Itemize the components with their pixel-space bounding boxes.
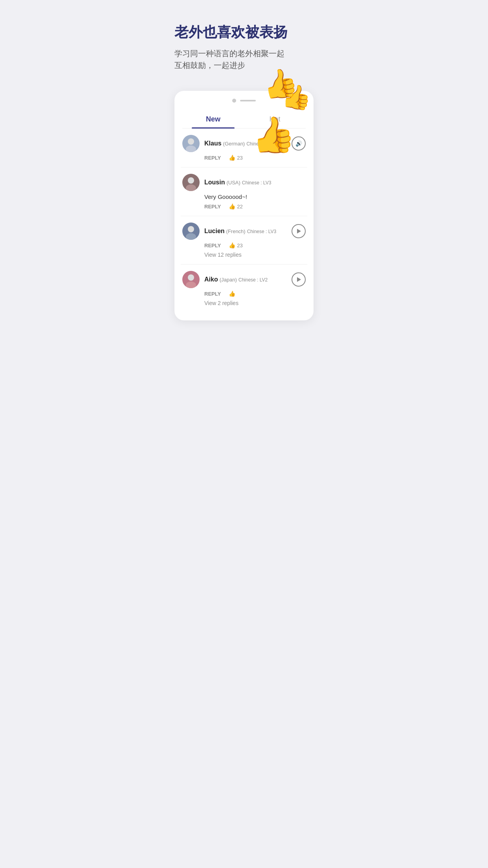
avatar <box>182 271 200 288</box>
svg-point-0 <box>188 138 194 145</box>
like-icon: 👍 <box>229 242 235 248</box>
like-icon: 👍 <box>229 203 235 210</box>
like-count: 22 <box>237 204 242 210</box>
comment-actions: REPLY 👍 <box>204 291 306 297</box>
svg-point-3 <box>186 184 196 191</box>
user-name: Lousin <box>204 179 225 186</box>
like-icon: 👍 <box>229 291 235 297</box>
like-count: 23 <box>237 243 242 248</box>
comment-header: Aiko (Japan) Chinese : LV2 <box>182 271 306 288</box>
view-replies-link[interactable]: View 2 replies <box>204 300 306 306</box>
user-name: Klaus <box>204 140 222 147</box>
svg-point-5 <box>186 233 196 240</box>
comment-body: Very Goooood~! REPLY 👍 22 <box>204 193 306 210</box>
user-level: Chinese : LV2 <box>238 277 268 283</box>
user-language: (French) <box>226 228 246 234</box>
comment-body: REPLY 👍 View 2 replies <box>204 291 306 306</box>
user-name: Lucien <box>204 228 225 235</box>
comment-header: Lousin (USA) Chinese : LV3 <box>182 174 306 191</box>
comment-item: Lucien (French) Chinese : LV3 REPLY <box>181 216 307 265</box>
svg-point-8 <box>186 281 196 288</box>
tab-new[interactable]: New <box>182 110 244 128</box>
reply-button[interactable]: REPLY <box>204 155 221 161</box>
svg-marker-9 <box>297 277 301 282</box>
user-info: Lousin (USA) Chinese : LV3 <box>204 179 271 186</box>
reply-button[interactable]: REPLY <box>204 243 221 248</box>
comment-header-left: Lucien (French) Chinese : LV3 <box>182 223 276 240</box>
avatar <box>182 174 200 191</box>
user-name: Aiko <box>204 276 218 283</box>
comment-body: REPLY 👍 23 View 12 replies <box>204 242 306 258</box>
avatar <box>182 223 200 240</box>
comment-actions: REPLY 👍 23 <box>204 242 306 248</box>
svg-point-1 <box>186 145 196 152</box>
user-level: Chinese : LV3 <box>242 180 272 186</box>
user-language: (German) <box>223 141 245 147</box>
comment-list: Klaus (German) Chinese : LV3 🔊 REPLY <box>174 129 314 313</box>
play-button[interactable] <box>292 272 306 287</box>
user-language: (Japan) <box>220 277 237 283</box>
user-language: (USA) <box>226 180 240 186</box>
pagination-line[interactable] <box>240 100 256 101</box>
like-row: 👍 22 <box>229 203 242 210</box>
comment-header-left: Aiko (Japan) Chinese : LV2 <box>182 271 268 288</box>
svg-marker-6 <box>297 229 301 234</box>
page-wrapper: 老外也喜欢被表扬 学习同一种语言的老外相聚一起互相鼓励，一起进步 👍 👍 👍 N… <box>163 0 325 336</box>
user-level: Chinese : LV3 <box>247 229 277 234</box>
sound-icon: 🔊 <box>295 140 302 147</box>
svg-point-2 <box>188 177 194 184</box>
like-row: 👍 23 <box>229 242 242 248</box>
user-name-row: Lousin (USA) Chinese : LV3 <box>204 179 271 186</box>
thumbs-up-icon-3: 👍 <box>249 113 297 158</box>
user-info: Lucien (French) Chinese : LV3 <box>204 228 276 235</box>
like-icon: 👍 <box>229 154 235 161</box>
main-card: 👍 👍 👍 New Hot <box>174 91 314 320</box>
reply-button[interactable]: REPLY <box>204 204 221 210</box>
like-row: 👍 <box>229 291 235 297</box>
comment-text: Very Goooood~! <box>204 193 306 200</box>
comment-actions: REPLY 👍 22 <box>204 203 306 210</box>
comment-item: Aiko (Japan) Chinese : LV2 REPLY <box>181 265 307 313</box>
reply-button[interactable]: REPLY <box>204 291 221 297</box>
like-row: 👍 23 <box>229 154 242 161</box>
thumbs-up-icon-1: 👍 <box>260 64 300 103</box>
like-count: 23 <box>237 155 242 161</box>
user-info: Aiko (Japan) Chinese : LV2 <box>204 276 268 283</box>
comment-header-left: Lousin (USA) Chinese : LV3 <box>182 174 271 191</box>
comment-item: Lousin (USA) Chinese : LV3 Very Goooood~… <box>181 167 307 216</box>
comment-header: Lucien (French) Chinese : LV3 <box>182 223 306 240</box>
page-headline: 老外也喜欢被表扬 <box>174 24 314 40</box>
view-replies-link[interactable]: View 12 replies <box>204 252 306 258</box>
svg-point-4 <box>188 226 194 232</box>
user-name-row: Lucien (French) Chinese : LV3 <box>204 228 276 235</box>
user-name-row: Aiko (Japan) Chinese : LV2 <box>204 276 268 283</box>
svg-point-7 <box>188 274 194 281</box>
play-button[interactable] <box>292 224 306 238</box>
pagination-dot[interactable] <box>232 99 236 103</box>
avatar <box>182 135 200 152</box>
